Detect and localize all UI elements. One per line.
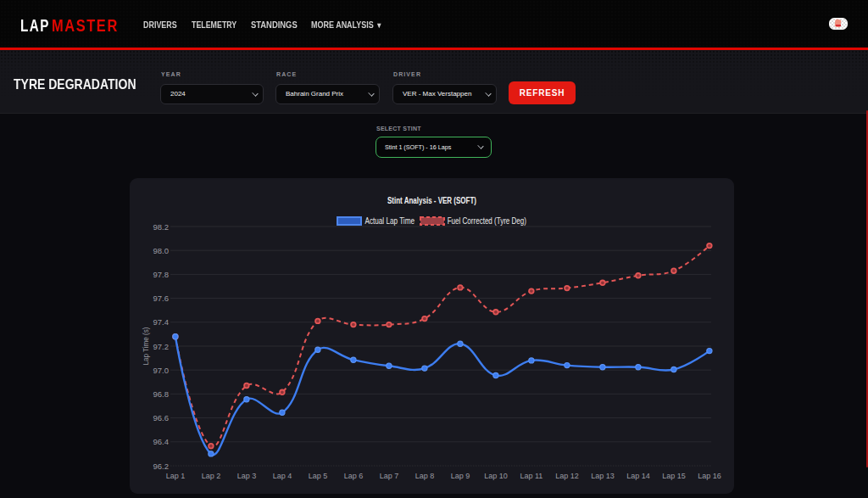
svg-text:Fuel Corrected (Tyre Deg): Fuel Corrected (Tyre Deg) <box>448 215 526 226</box>
svg-text:97.0: 97.0 <box>153 366 170 375</box>
svg-text:Lap 4: Lap 4 <box>273 472 292 480</box>
svg-text:Lap 8: Lap 8 <box>415 472 435 480</box>
svg-text:Lap 11: Lap 11 <box>520 472 542 480</box>
svg-text:Lap 10: Lap 10 <box>484 472 508 480</box>
svg-text:Lap 14: Lap 14 <box>626 472 650 480</box>
svg-text:Lap 5: Lap 5 <box>309 472 328 480</box>
svg-text:96.4: 96.4 <box>153 437 170 446</box>
svg-text:97.6: 97.6 <box>153 294 170 303</box>
svg-text:97.4: 97.4 <box>153 317 170 327</box>
svg-text:Lap 2: Lap 2 <box>202 472 221 480</box>
svg-text:Stint Analysis - VER (SOFT): Stint Analysis - VER (SOFT) <box>387 195 476 205</box>
svg-text:96.6: 96.6 <box>153 413 170 422</box>
svg-text:Lap 12: Lap 12 <box>555 472 579 480</box>
svg-text:96.8: 96.8 <box>153 389 170 399</box>
svg-text:Lap 3: Lap 3 <box>237 472 257 480</box>
svg-text:97.8: 97.8 <box>153 270 170 279</box>
svg-text:Lap 7: Lap 7 <box>380 472 399 480</box>
svg-text:Lap 1: Lap 1 <box>166 472 186 480</box>
svg-text:Actual Lap Time: Actual Lap Time <box>365 215 415 226</box>
svg-text:Lap 9: Lap 9 <box>451 472 470 480</box>
svg-text:Lap Time (s): Lap Time (s) <box>142 327 150 365</box>
svg-text:96.2: 96.2 <box>153 462 170 471</box>
svg-text:98.2: 98.2 <box>153 222 170 232</box>
svg-text:Lap 16: Lap 16 <box>698 472 721 480</box>
svg-text:Lap 15: Lap 15 <box>662 472 686 480</box>
svg-text:97.2: 97.2 <box>153 342 170 351</box>
svg-text:Lap 6: Lap 6 <box>344 472 364 480</box>
svg-text:98.0: 98.0 <box>153 246 170 255</box>
svg-text:Lap 13: Lap 13 <box>591 472 615 480</box>
